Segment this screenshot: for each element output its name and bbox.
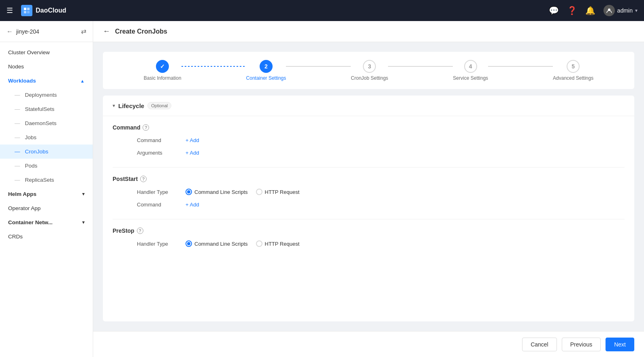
bell-icon[interactable]: 🔔 [585,6,595,15]
step-label-1: Basic Information [144,75,181,81]
sidebar-item-crds[interactable]: CRDs [0,230,93,244]
step-circle-2: 2 [260,60,273,73]
refresh-icon[interactable]: ⇄ [81,28,86,35]
command-help-icon[interactable]: ? [143,124,149,131]
sidebar-back-icon[interactable]: ← [6,28,13,35]
sidebar-item-operator-app[interactable]: Operator App [0,201,93,215]
optional-badge: Optional [147,102,171,109]
command-add-button[interactable]: + Add [186,137,199,143]
page-body: ✓ Basic Information 2 Container Settings… [93,42,644,331]
step-service-settings: 4 Service Settings [453,60,488,81]
section-body: Command ? Command + Add Arguments + Add [103,116,634,266]
step-label-2: Container Settings [246,75,286,81]
step-basic-info: ✓ Basic Information [144,60,181,81]
dash-icon: — [15,92,20,98]
avatar [603,5,615,16]
sidebar-item-label: Pods [25,163,38,169]
lifecycle-section-header[interactable]: ▾ Lifecycle Optional [103,96,634,116]
radio-circle-selected [186,189,192,195]
sidebar: ← jinye-204 ⇄ Cluster Overview Nodes Wor… [0,21,93,357]
topnav: ☰ DaoCloud 💬 ❓ 🔔 admin ▾ [0,0,644,21]
dash-icon: — [15,134,20,140]
prestop-radio-http[interactable]: HTTP Request [256,240,300,247]
sidebar-item-jobs[interactable]: — Jobs [0,130,93,144]
form-card: ▾ Lifecycle Optional Command ? Command [103,96,634,321]
page-title: Create CronJobs [115,28,167,35]
workloads-chevron-icon: ▲ [80,79,85,83]
poststart-help-icon[interactable]: ? [140,176,147,182]
prestop-radio-group: Command Line Scripts HTTP Request [186,240,299,247]
poststart-handler-type-label: Handler Type [137,189,186,195]
username: admin [617,7,633,14]
poststart-radio-group: Command Line Scripts HTTP Request [186,189,299,195]
step-connector-1-2 [181,66,246,67]
hamburger-icon[interactable]: ☰ [6,6,13,15]
main-content: ← Create CronJobs ✓ Basic Information 2 … [93,21,644,357]
sidebar-item-label: ReplicaSets [25,177,54,183]
divider-1 [113,167,625,168]
poststart-subsection: PostStart ? Handler Type Command Line Sc… [113,176,625,208]
user-menu[interactable]: admin ▾ [603,5,638,16]
poststart-subsection-title: PostStart ? [113,176,625,182]
next-button[interactable]: Next [606,338,634,351]
divider-2 [113,219,625,219]
command-row: Command + Add [113,137,625,143]
poststart-title-text: PostStart [113,176,138,182]
sidebar-item-statefulsets[interactable]: — StatefulSets [0,102,93,116]
prestop-title-text: PreStop [113,227,134,234]
poststart-command-row: Command + Add [113,202,625,208]
sidebar-item-label: CronJobs [25,149,49,155]
cancel-button[interactable]: Cancel [522,338,557,351]
sidebar-item-label: Jobs [25,134,37,140]
prestop-radio-command-line[interactable]: Command Line Scripts [186,240,248,247]
step-label-3: CronJob Settings [351,75,388,81]
sidebar-item-cronjobs[interactable]: — CronJobs [0,144,93,159]
poststart-command-add-button[interactable]: + Add [186,202,199,208]
svg-rect-0 [24,8,26,10]
poststart-radio-command-line[interactable]: Command Line Scripts [186,189,248,195]
radio-circle-selected [186,240,192,247]
step-advanced-settings: 5 Advanced Settings [553,60,593,81]
sidebar-item-label: Cluster Overview [8,49,50,55]
svg-rect-1 [27,8,30,10]
step-connector-4-5 [488,66,553,67]
help-icon[interactable]: ❓ [567,6,577,15]
step-circle-1: ✓ [156,60,169,73]
step-connector-3-4 [388,66,453,67]
chat-icon[interactable]: 💬 [549,6,559,15]
command-subsection: Command ? Command + Add Arguments + Add [113,124,625,156]
arguments-add-button[interactable]: + Add [186,150,199,156]
sidebar-item-label: Operator App [8,205,41,211]
sidebar-item-cluster-overview[interactable]: Cluster Overview [0,45,93,60]
section-title: Lifecycle [118,102,144,109]
app-logo: DaoCloud [21,5,66,16]
page-back-icon[interactable]: ← [103,27,110,36]
sidebar-group-container-netw[interactable]: Container Netw... ▾ [0,215,93,230]
dash-icon: — [15,106,20,112]
footer: Cancel Previous Next [93,331,644,357]
sidebar-item-replicasets[interactable]: — ReplicaSets [0,173,93,187]
step-circle-4: 4 [464,60,477,73]
poststart-radio-http[interactable]: HTTP Request [256,189,300,195]
command-subsection-title: Command ? [113,124,625,131]
sidebar-item-label: Nodes [8,64,24,70]
page-header: ← Create CronJobs [93,21,644,42]
previous-button[interactable]: Previous [562,338,601,351]
poststart-radio-label-2: HTTP Request [265,189,300,195]
svg-rect-2 [24,11,26,13]
command-title-text: Command [113,124,140,131]
arguments-row: Arguments + Add [113,150,625,156]
user-chevron-icon: ▾ [635,8,638,13]
sidebar-item-deployments[interactable]: — Deployments [0,88,93,102]
prestop-help-icon[interactable]: ? [137,227,143,234]
sidebar-item-label: StatefulSets [25,106,55,112]
sidebar-group-helm-apps[interactable]: Helm Apps ▾ [0,187,93,201]
poststart-command-label: Command [137,202,186,208]
sidebar-item-daemonsets[interactable]: — DaemonSets [0,116,93,130]
dash-icon: — [15,120,20,126]
step-cronjob-settings: 3 CronJob Settings [351,60,388,81]
sidebar-group-workloads[interactable]: Workloads ▲ [0,74,93,88]
sidebar-item-nodes[interactable]: Nodes [0,60,93,74]
sidebar-item-pods[interactable]: — Pods [0,159,93,173]
poststart-radio-label-1: Command Line Scripts [194,189,248,195]
